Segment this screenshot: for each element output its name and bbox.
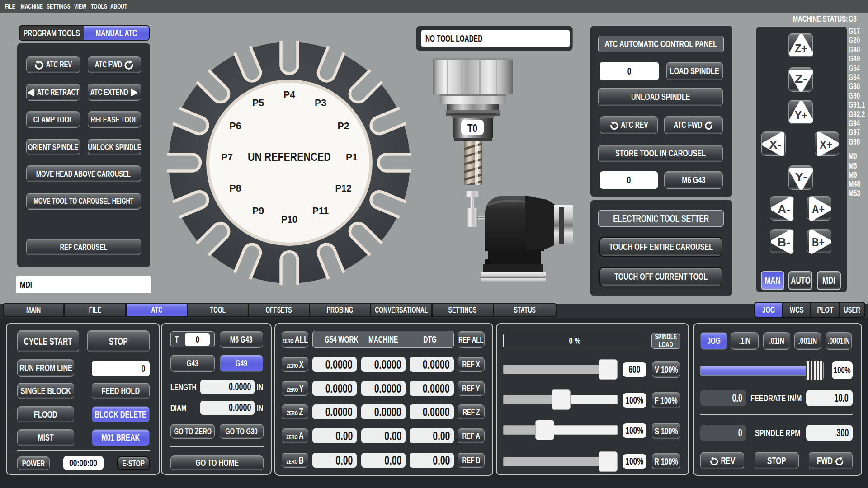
svg-text:P11: P11: [312, 205, 329, 216]
svg-text:P3: P3: [315, 97, 326, 108]
svg-text:B-: B-: [778, 236, 790, 249]
svg-text:P4: P4: [283, 89, 296, 100]
svg-text:B+: B+: [812, 236, 825, 249]
svg-text:P1: P1: [346, 151, 358, 163]
svg-text:P5: P5: [252, 97, 264, 108]
svg-text:A+: A+: [812, 203, 825, 216]
svg-text:Z-: Z-: [795, 72, 807, 85]
svg-text:P7: P7: [221, 151, 233, 163]
svg-text:X+: X+: [820, 138, 832, 151]
svg-text:X-: X-: [769, 138, 782, 151]
svg-text:Y-: Y-: [795, 170, 807, 183]
svg-text:P12: P12: [335, 183, 352, 194]
svg-text:P2: P2: [338, 120, 349, 131]
svg-text:P6: P6: [230, 120, 241, 131]
svg-text:Z+: Z+: [795, 42, 807, 55]
svg-text:P8: P8: [230, 183, 241, 194]
svg-text:Y+: Y+: [795, 109, 807, 122]
svg-text:P9: P9: [252, 205, 264, 216]
svg-text:P10: P10: [281, 214, 297, 225]
svg-text:A-: A-: [778, 203, 790, 216]
svg-text:UN REFERENCED: UN REFERENCED: [248, 150, 331, 163]
svg-text:T0: T0: [467, 122, 477, 134]
